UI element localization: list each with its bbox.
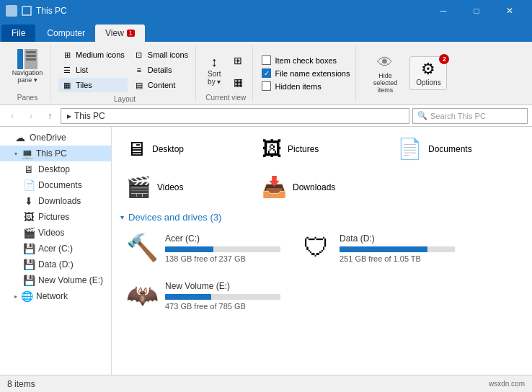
sort-by-button[interactable]: ↕ Sortby ▾	[203, 50, 225, 92]
acerC-space: 138 GB free of 237 GB	[165, 254, 280, 263]
dataD-bar-bg	[340, 246, 455, 252]
close-button[interactable]: ✕	[493, 0, 526, 22]
file-extensions-checkbox[interactable]: ✓	[262, 68, 271, 78]
sidebar-item-downloads[interactable]: ⬇ Downloads	[0, 193, 111, 209]
options-badge: 2	[439, 54, 449, 64]
acerC-drive-name: Acer (C:)	[165, 233, 280, 244]
forward-button[interactable]: ›	[23, 108, 39, 124]
documents-folder-name: Documents	[428, 144, 472, 154]
downloads-folder-name: Downloads	[293, 182, 335, 192]
item-checkboxes-checkbox[interactable]	[262, 55, 271, 65]
minimize-button[interactable]: ─	[427, 0, 460, 22]
hide-selected-button[interactable]: 👁 Hide selecteditems	[363, 50, 407, 97]
options-button[interactable]: 2 ⚙ Options	[409, 56, 447, 90]
view-controls: ↕ Sortby ▾ ⊞ ▦	[203, 50, 248, 92]
sidebar-item-pictures[interactable]: 🖼 Pictures	[0, 209, 111, 225]
medium-icons-btn[interactable]: ⊞ Medium icons	[58, 48, 128, 62]
sidebar-item-thispc[interactable]: ▾ 💻 This PC	[0, 146, 111, 161]
folder-downloads[interactable]: 📥 Downloads	[256, 171, 386, 203]
details-icon: ≡	[133, 64, 145, 76]
item-checkboxes-toggle[interactable]: Item check boxes	[260, 55, 351, 66]
status-bar: 8 items wsxdn.com	[0, 375, 532, 392]
sidebar-item-acerC[interactable]: 💾 Acer (C:)	[0, 241, 111, 257]
back-button[interactable]: ‹	[4, 108, 20, 124]
nav-pane-label: Navigationpane ▾	[12, 69, 43, 84]
sidebar-item-newVolE[interactable]: 💾 New Volume (E:)	[0, 272, 111, 288]
current-view-label: Current view	[205, 92, 246, 102]
folder-desktop[interactable]: 🖥 Desktop	[120, 133, 250, 165]
content-btn[interactable]: ▤ Content	[130, 78, 191, 92]
hidden-items-toggle[interactable]: Hidden items	[260, 81, 351, 92]
acerC-bar-bg	[165, 246, 280, 252]
dataD-label: Data (D:)	[38, 259, 74, 270]
details-btn[interactable]: ≡ Details	[130, 63, 191, 77]
sidebar-item-desktop[interactable]: 🖥 Desktop	[0, 161, 111, 177]
desktop-icon: 🖥	[23, 164, 35, 175]
documents-icon: 📄	[23, 179, 35, 191]
network-expand-icon: ▸	[14, 293, 17, 300]
dataD-bar-fill	[340, 246, 427, 252]
small-icons-btn[interactable]: ⊡ Small icons	[130, 48, 191, 62]
folder-documents[interactable]: 📄 Documents	[391, 133, 521, 165]
ribbon-tabs: File Computer View 1	[0, 22, 532, 42]
file-area: 🖥 Desktop 🖼 Pictures 📄 Documents 🎬 Video…	[112, 127, 532, 375]
title-bar: This PC ─ □ ✕	[0, 0, 532, 22]
file-extensions-toggle[interactable]: ✓ File name extensions	[260, 68, 351, 79]
newVolE-bar-bg	[165, 294, 280, 300]
sidebar-item-network[interactable]: ▸ 🌐 Network	[0, 288, 111, 304]
devices-section-header[interactable]: ▾ Devices and drives (3)	[120, 212, 523, 223]
item-count: 8 items	[7, 379, 35, 389]
sidebar-item-dataD[interactable]: 💾 Data (D:)	[0, 257, 111, 272]
list-icon: ☰	[61, 64, 73, 76]
content-icon: ▤	[133, 79, 145, 91]
thispc-label: This PC	[36, 148, 67, 159]
maximize-button[interactable]: □	[460, 0, 493, 22]
drive-dataD[interactable]: 🛡 Data (D:) 251 GB free of 1.05 TB	[295, 228, 461, 267]
onedrive-icon: ☁	[14, 132, 26, 143]
drive-acerC[interactable]: 🔨 Acer (C:) 138 GB free of 237 GB	[120, 228, 286, 267]
folder-videos[interactable]: 🎬 Videos	[120, 171, 250, 203]
pictures-folder-name: Pictures	[288, 144, 319, 154]
search-placeholder: Search This PC	[430, 112, 486, 120]
ribbon-current-view-section: ↕ Sortby ▾ ⊞ ▦ Current view	[199, 45, 253, 102]
list-btn[interactable]: ☰ List	[58, 63, 128, 77]
newVolE-drive-name: New Volume (E:)	[165, 281, 280, 291]
ribbon-layout-section: ⊞ Medium icons ⊡ Small icons ☰ List ≡ De…	[54, 45, 196, 102]
tab-computer[interactable]: Computer	[37, 24, 95, 42]
tiles-icon: ▦	[61, 79, 73, 91]
tiles-btn[interactable]: ▦ Tiles	[58, 78, 128, 92]
acerC-icon: 💾	[23, 243, 35, 254]
downloads-icon: ⬇	[23, 195, 35, 207]
dataD-drive-icon: 🛡	[301, 233, 332, 263]
search-bar[interactable]: 🔍 Search This PC	[412, 108, 528, 124]
options-icon: ⚙	[421, 60, 435, 79]
thispc-icon: 💻	[21, 148, 32, 159]
view-mode-btn-2[interactable]: ▦	[228, 72, 248, 92]
options-label: Options	[416, 79, 440, 86]
dataD-space: 251 GB free of 1.05 TB	[340, 254, 455, 263]
documents-label: Documents	[38, 180, 82, 190]
newVolE-drive-info: New Volume (E:) 473 GB free of 785 GB	[165, 281, 280, 311]
network-label: Network	[36, 291, 68, 301]
up-button[interactable]: ↑	[42, 108, 58, 124]
drive-newVolE[interactable]: 🦇 New Volume (E:) 473 GB free of 785 GB	[120, 276, 286, 315]
devices-section-title: Devices and drives (3)	[128, 212, 221, 223]
newVolE-drive-icon: 🦇	[126, 280, 158, 311]
folders-grid: 🖥 Desktop 🖼 Pictures 📄 Documents 🎬 Video…	[120, 133, 523, 203]
folder-pictures[interactable]: 🖼 Pictures	[256, 133, 386, 165]
hidden-items-checkbox[interactable]	[262, 81, 271, 91]
sidebar: ☁ OneDrive ▾ 💻 This PC 🖥 Desktop 📄 Docum…	[0, 127, 112, 375]
sidebar-item-documents[interactable]: 📄 Documents	[0, 177, 111, 193]
view-mode-btn-1[interactable]: ⊞	[228, 50, 248, 71]
ribbon-show-hide-section: Item check boxes ✓ File name extensions …	[256, 45, 356, 102]
tab-view[interactable]: View 1	[95, 24, 145, 42]
sidebar-item-onedrive[interactable]: ☁ OneDrive	[0, 130, 111, 146]
sidebar-item-videos[interactable]: 🎬 Videos	[0, 225, 111, 241]
address-bar[interactable]: ▸ This PC	[61, 108, 409, 124]
title-bar-icons	[6, 5, 32, 17]
navigation-pane-button[interactable]: Navigationpane ▾	[9, 45, 46, 88]
ribbon-panes-section: Navigationpane ▾ Panes	[4, 45, 51, 102]
tab-file[interactable]: File	[1, 24, 35, 42]
nav-bar: ‹ › ↑ ▸ This PC 🔍 Search This PC	[0, 105, 532, 127]
downloads-folder-icon: 📥	[262, 175, 287, 199]
